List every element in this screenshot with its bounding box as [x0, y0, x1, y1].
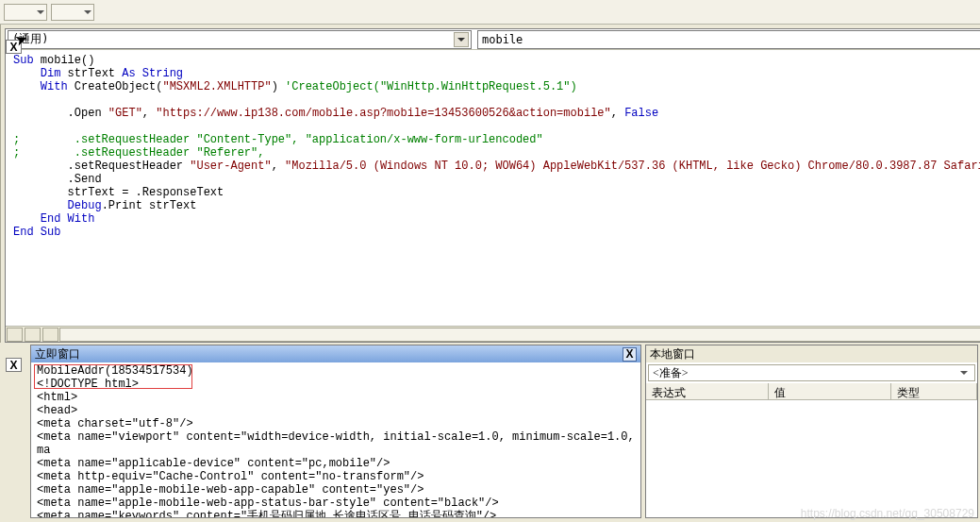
watermark-text: https://blog.csdn.net/qq_30508729 [801, 507, 974, 520]
scroll-left2-icon[interactable] [42, 328, 58, 342]
scroll-split-icon[interactable] [25, 328, 41, 342]
scroll-left-icon[interactable] [7, 328, 23, 342]
chevron-down-icon [454, 32, 469, 47]
close-pane-button[interactable]: X [6, 40, 22, 54]
horizontal-scrollbar[interactable] [6, 326, 980, 342]
main-row: X (通用) mobile Sub mobile() Dim strText A… [0, 25, 980, 343]
procedure-combo-label: mobile [482, 33, 523, 46]
immediate-body[interactable]: MobileAddr(18534517534)<!DOCTYPE html><h… [31, 362, 640, 517]
locals-window: 本地窗口 <准备> 表达式 值 类型 [645, 345, 978, 518]
immediate-title-bar: 立即窗口 X [31, 345, 640, 362]
object-proc-row: (通用) mobile [6, 29, 980, 50]
locals-header-row: 表达式 值 类型 [646, 383, 977, 400]
locals-col-expression[interactable]: 表达式 [646, 383, 769, 399]
close-pane-button-2[interactable]: X [6, 358, 22, 372]
close-icon[interactable]: X [623, 347, 637, 362]
immediate-title: 立即窗口 [35, 346, 80, 362]
locals-title-bar: 本地窗口 [646, 345, 977, 362]
left-gutter-lower: X [0, 343, 28, 520]
top-toolbar [0, 0, 980, 25]
code-area: (通用) mobile Sub mobile() Dim strText As … [5, 28, 980, 343]
toolbar-dropdown-2[interactable] [51, 4, 94, 21]
locals-col-value[interactable]: 值 [769, 383, 891, 399]
locals-body [646, 400, 977, 517]
left-gutter: X [0, 25, 1, 343]
code-body[interactable]: Sub mobile() Dim strText As String With … [6, 50, 980, 326]
scroll-track[interactable] [59, 328, 980, 342]
procedure-combo[interactable]: mobile [477, 30, 980, 49]
chevron-down-icon [957, 366, 971, 379]
lower-row: X 立即窗口 X MobileAddr(18534517534)<!DOCTYP… [0, 343, 980, 520]
toolbar-dropdown-1[interactable] [4, 4, 47, 21]
immediate-window: 立即窗口 X MobileAddr(18534517534)<!DOCTYPE … [30, 345, 641, 518]
locals-col-type[interactable]: 类型 [891, 383, 977, 399]
locals-context-label: <准备> [653, 365, 689, 381]
object-combo[interactable]: (通用) [8, 30, 472, 49]
locals-title: 本地窗口 [650, 346, 695, 362]
locals-context-combo[interactable]: <准备> [648, 364, 975, 381]
